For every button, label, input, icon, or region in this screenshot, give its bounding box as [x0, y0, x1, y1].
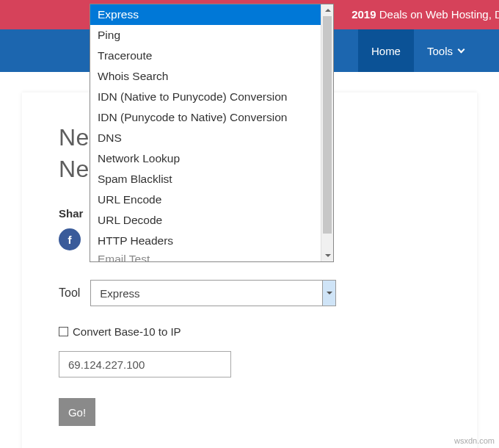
- triangle-up-icon: [325, 9, 331, 12]
- dropdown-option[interactable]: Network Lookup: [90, 148, 333, 169]
- nav-tools-label: Tools: [427, 45, 453, 57]
- nav-home[interactable]: Home: [358, 29, 414, 72]
- banner-year: 2019: [352, 8, 376, 21]
- nav-tools[interactable]: Tools: [414, 29, 477, 72]
- tool-select-toggle[interactable]: [322, 281, 335, 306]
- dropdown-option[interactable]: URL Decode: [90, 210, 333, 231]
- tool-label: Tool: [59, 286, 80, 300]
- dropdown-scrollbar[interactable]: [321, 4, 333, 261]
- scroll-track[interactable]: [321, 16, 333, 250]
- dropdown-option[interactable]: IDN (Native to Punycode) Conversion: [90, 87, 333, 107]
- tool-select[interactable]: Express: [90, 280, 336, 306]
- nav-home-label: Home: [371, 45, 401, 57]
- tool-select-dropdown: ExpressPingTracerouteWhois SearchIDN (Na…: [90, 4, 334, 262]
- convert-base10-checkbox[interactable]: [59, 327, 68, 336]
- dropdown-option[interactable]: Email Test: [90, 251, 333, 261]
- dropdown-option[interactable]: Traceroute: [90, 46, 333, 66]
- dropdown-option[interactable]: Whois Search: [90, 66, 333, 87]
- banner-text: Deals on Web Hosting, Doma: [376, 8, 499, 21]
- scroll-down-button[interactable]: [321, 250, 334, 261]
- chevron-down-icon: [327, 292, 332, 295]
- go-button[interactable]: Go!: [59, 398, 95, 426]
- dropdown-option[interactable]: IDN (Punycode to Native) Conversion: [90, 107, 333, 128]
- dropdown-option[interactable]: URL Encode: [90, 189, 333, 210]
- dropdown-option[interactable]: Express: [90, 4, 333, 25]
- scroll-up-button[interactable]: [321, 4, 334, 16]
- convert-base10-label: Convert Base-10 to IP: [73, 325, 181, 338]
- dropdown-option[interactable]: Spam Blacklist: [90, 169, 333, 189]
- watermark: wsxdn.com: [454, 436, 495, 445]
- scroll-thumb[interactable]: [323, 16, 332, 234]
- dropdown-option[interactable]: HTTP Headers: [90, 231, 333, 251]
- triangle-down-icon: [325, 254, 331, 257]
- dropdown-option[interactable]: Ping: [90, 25, 333, 46]
- facebook-icon[interactable]: f: [59, 228, 81, 250]
- dropdown-option[interactable]: DNS: [90, 128, 333, 148]
- tool-select-value: Express: [91, 287, 322, 300]
- ip-input[interactable]: 69.124.227.100: [59, 351, 231, 377]
- chevron-down-icon: [458, 46, 465, 54]
